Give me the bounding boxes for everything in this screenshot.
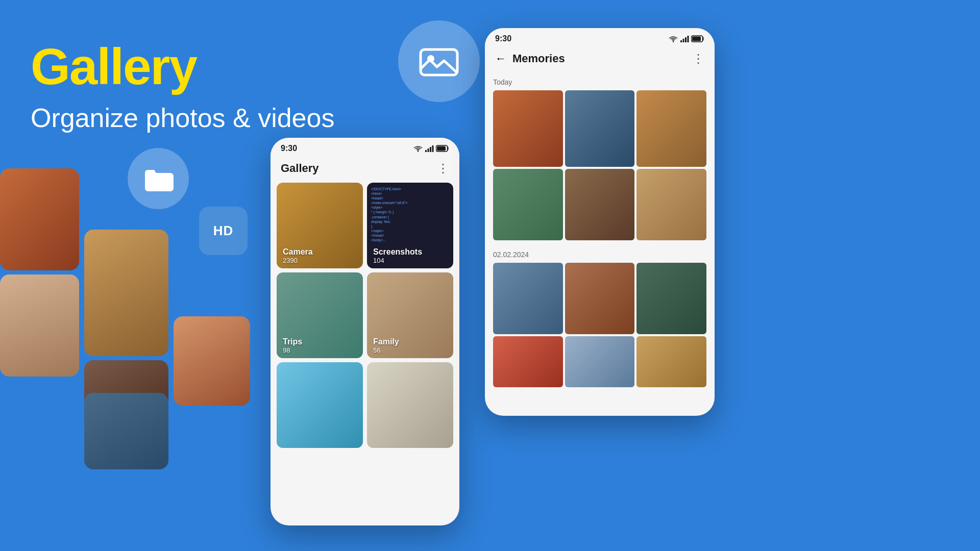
collage-photo-6	[84, 393, 168, 469]
phone-gallery: 9:30 Gallery	[271, 138, 459, 525]
section-date-label: 02.02.2024	[493, 245, 706, 263]
dated-photos-grid-2	[493, 336, 706, 387]
section-today-label: Today	[493, 73, 706, 90]
status-time-left: 9:30	[281, 144, 297, 153]
tile-name-camera: Camera	[283, 247, 313, 257]
tile-count-trips: 98	[283, 346, 302, 354]
tile-count-screenshots: 104	[373, 257, 422, 264]
mem-photo-2[interactable]	[565, 90, 635, 167]
app-bar-gallery: Gallery ⋮	[271, 157, 459, 183]
collage-photo-2	[0, 274, 79, 377]
gallery-icon-bubble	[398, 20, 480, 102]
mem-photo-9[interactable]	[636, 263, 706, 334]
mem-photo-1[interactable]	[493, 90, 563, 167]
hd-label: HD	[213, 223, 234, 239]
memories-menu-button[interactable]: ⋮	[692, 52, 704, 66]
battery-icon	[436, 145, 449, 152]
gallery-menu-button[interactable]: ⋮	[437, 161, 449, 176]
svg-rect-11	[688, 36, 689, 42]
status-bar-left: 9:30	[271, 138, 459, 157]
mem-photo-10[interactable]	[493, 336, 563, 387]
mem-photo-7[interactable]	[493, 263, 563, 334]
gallery-tile-screenshots[interactable]: <!DOCTYPE html><html><head><meta charset…	[367, 183, 453, 268]
svg-rect-7	[437, 146, 446, 151]
svg-rect-8	[680, 40, 682, 42]
collage-photo-3	[84, 230, 168, 356]
tile-name-trips: Trips	[283, 337, 302, 346]
tile-extra1-bg	[277, 362, 363, 448]
left-collage-c	[174, 316, 250, 406]
svg-rect-5	[432, 145, 434, 152]
gallery-tile-extra2[interactable]	[367, 362, 453, 448]
gallery-tile-camera[interactable]: Camera 2390	[277, 183, 363, 268]
battery-icon-right	[691, 35, 704, 42]
mem-photo-6[interactable]	[636, 169, 706, 240]
dated-photos-grid	[493, 263, 706, 334]
status-icons-right	[669, 35, 704, 42]
left-collage-d	[84, 393, 168, 469]
svg-rect-13	[692, 37, 701, 41]
app-subtitle: Organize photos & videos	[31, 102, 334, 134]
app-bar-memories: ← Memories ⋮	[485, 47, 715, 73]
gallery-tile-trips[interactable]: Trips 98	[277, 272, 363, 358]
mem-photo-12[interactable]	[636, 336, 706, 387]
collage-photo-5	[174, 316, 250, 406]
memories-content: Today 02.02.2024	[485, 73, 715, 387]
tile-count-camera: 2390	[283, 257, 313, 264]
mem-photo-3[interactable]	[636, 90, 706, 167]
mem-photo-5[interactable]	[565, 169, 635, 240]
mem-photo-4[interactable]	[493, 169, 563, 240]
gallery-tile-family[interactable]: Family 56	[367, 272, 453, 358]
tile-label-trips: Trips 98	[277, 333, 308, 358]
phone-memories: 9:30 ← Memories	[485, 28, 715, 416]
app-title: Gallery	[31, 41, 334, 92]
wifi-icon-right	[669, 35, 678, 42]
hero-section: Gallery Organize photos & videos	[31, 41, 334, 134]
tile-label-camera: Camera 2390	[277, 243, 319, 268]
svg-rect-4	[430, 147, 431, 152]
signal-icon	[425, 145, 434, 152]
collage-photo-1	[0, 168, 79, 270]
mem-photo-11[interactable]	[565, 336, 635, 387]
svg-rect-9	[683, 39, 684, 42]
hd-icon-bubble: HD	[199, 207, 248, 255]
folder-icon-bubble	[128, 148, 189, 209]
gallery-grid: Camera 2390 <!DOCTYPE html><html><head><…	[277, 183, 453, 448]
memories-app-title: Memories	[512, 52, 565, 65]
tile-name-family: Family	[373, 337, 399, 346]
tile-label-family: Family 56	[367, 333, 405, 358]
status-bar-right: 9:30	[485, 28, 715, 47]
left-collage-a	[0, 168, 79, 377]
tile-label-screenshots: Screenshots 104	[367, 243, 428, 268]
today-photos-grid	[493, 90, 706, 167]
status-icons-left	[413, 145, 449, 152]
signal-icon-right	[680, 35, 689, 42]
wifi-icon	[413, 145, 423, 152]
gallery-grid-container: Camera 2390 <!DOCTYPE html><html><head><…	[271, 183, 459, 448]
back-button[interactable]: ←	[495, 52, 506, 65]
gallery-app-title: Gallery	[281, 162, 319, 175]
svg-rect-10	[685, 37, 687, 42]
svg-rect-2	[425, 150, 427, 152]
app-bar-left: ← Memories	[495, 52, 565, 65]
mem-photo-8[interactable]	[565, 263, 635, 334]
tile-name-screenshots: Screenshots	[373, 247, 422, 257]
folder-svg-icon	[143, 166, 174, 191]
today-photos-grid-2	[493, 169, 706, 240]
svg-rect-3	[428, 148, 429, 152]
tile-count-family: 56	[373, 346, 399, 354]
tile-extra2-bg	[367, 362, 453, 448]
gallery-tile-extra1[interactable]	[277, 362, 363, 448]
status-time-right: 9:30	[495, 34, 511, 43]
gallery-svg-icon	[419, 43, 459, 79]
